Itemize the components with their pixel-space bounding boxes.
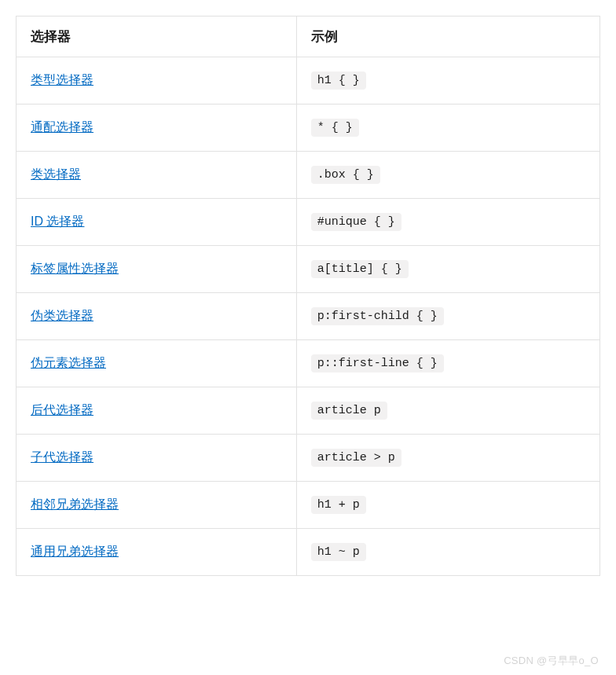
example-cell: article > p bbox=[296, 435, 600, 482]
table-row: 类型选择器 h1 { } bbox=[16, 57, 600, 105]
selector-link-class[interactable]: 类选择器 bbox=[31, 167, 81, 181]
example-code: #unique { } bbox=[311, 213, 402, 231]
example-code: article p bbox=[311, 402, 387, 420]
example-code: h1 { } bbox=[311, 72, 366, 90]
example-cell: h1 { } bbox=[296, 57, 600, 105]
table-row: 伪类选择器 p:first-child { } bbox=[16, 293, 600, 340]
example-code: a[title] { } bbox=[311, 260, 409, 278]
table-row: 标签属性选择器 a[title] { } bbox=[16, 246, 600, 293]
example-cell: h1 ~ p bbox=[296, 529, 600, 576]
header-selector: 选择器 bbox=[16, 17, 297, 57]
example-code: p::first-line { } bbox=[311, 354, 444, 372]
selector-cell: 后代选择器 bbox=[16, 387, 297, 435]
table-row: 通配选择器 * { } bbox=[16, 105, 600, 152]
selector-link-child[interactable]: 子代选择器 bbox=[31, 450, 94, 464]
table-row: 相邻兄弟选择器 h1 + p bbox=[16, 482, 600, 529]
example-code: * { } bbox=[311, 119, 359, 137]
selector-cell: 相邻兄弟选择器 bbox=[16, 482, 297, 529]
header-example: 示例 bbox=[296, 17, 600, 57]
example-code: .box { } bbox=[311, 166, 380, 184]
example-code: article > p bbox=[311, 449, 402, 467]
selector-link-adjacent-sibling[interactable]: 相邻兄弟选择器 bbox=[31, 497, 119, 511]
selector-link-id[interactable]: ID 选择器 bbox=[31, 215, 84, 228]
selector-cell: 子代选择器 bbox=[16, 435, 297, 482]
table-row: 伪元素选择器 p::first-line { } bbox=[16, 340, 600, 387]
selector-link-descendant[interactable]: 后代选择器 bbox=[31, 403, 94, 416]
selector-cell: 伪元素选择器 bbox=[16, 340, 297, 387]
selector-reference-table: 选择器 示例 类型选择器 h1 { } 通配选择器 * { } 类选择器 .bo… bbox=[16, 16, 600, 576]
example-cell: h1 + p bbox=[296, 482, 600, 529]
selector-cell: 伪类选择器 bbox=[16, 293, 297, 340]
example-code: h1 + p bbox=[311, 496, 366, 514]
selector-cell: 类选择器 bbox=[16, 152, 297, 199]
table-row: 类选择器 .box { } bbox=[16, 152, 600, 199]
selector-link-type[interactable]: 类型选择器 bbox=[31, 73, 94, 86]
selector-link-pseudo-class[interactable]: 伪类选择器 bbox=[31, 309, 94, 322]
selector-link-attribute[interactable]: 标签属性选择器 bbox=[31, 262, 119, 275]
selector-cell: 通用兄弟选择器 bbox=[16, 529, 297, 576]
selector-cell: ID 选择器 bbox=[16, 199, 297, 246]
example-cell: * { } bbox=[296, 105, 600, 152]
table-row: 通用兄弟选择器 h1 ~ p bbox=[16, 529, 600, 576]
example-cell: #unique { } bbox=[296, 199, 600, 246]
selector-cell: 标签属性选择器 bbox=[16, 246, 297, 293]
selector-cell: 通配选择器 bbox=[16, 105, 297, 152]
selector-link-pseudo-element[interactable]: 伪元素选择器 bbox=[31, 356, 106, 369]
selector-cell: 类型选择器 bbox=[16, 57, 297, 105]
selector-link-general-sibling[interactable]: 通用兄弟选择器 bbox=[31, 545, 119, 558]
selector-link-universal[interactable]: 通配选择器 bbox=[31, 120, 94, 134]
table-row: 子代选择器 article > p bbox=[16, 435, 600, 482]
table-row: 后代选择器 article p bbox=[16, 387, 600, 435]
example-cell: p::first-line { } bbox=[296, 340, 600, 387]
example-code: h1 ~ p bbox=[311, 543, 366, 561]
example-cell: .box { } bbox=[296, 152, 600, 199]
table-row: ID 选择器 #unique { } bbox=[16, 199, 600, 246]
table-header-row: 选择器 示例 bbox=[16, 17, 600, 57]
example-code: p:first-child { } bbox=[311, 307, 444, 325]
example-cell: p:first-child { } bbox=[296, 293, 600, 340]
example-cell: a[title] { } bbox=[296, 246, 600, 293]
example-cell: article p bbox=[296, 387, 600, 435]
